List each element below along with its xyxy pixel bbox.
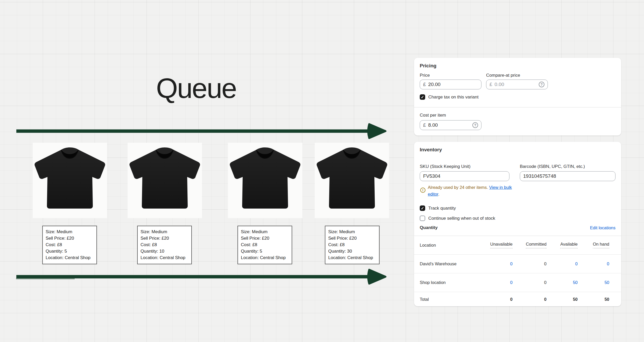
cost-per-item-label: Cost per item bbox=[420, 113, 446, 118]
checkmark-icon: ✓ bbox=[421, 95, 424, 99]
item-quantity: Quantity: 5 bbox=[241, 248, 290, 254]
total-label: Total bbox=[420, 297, 475, 302]
barcode-input[interactable] bbox=[523, 173, 612, 179]
item-info-box-3[interactable]: Size: Medium Sell Price: £20 Cost: £8 Qu… bbox=[237, 226, 292, 264]
total-available: 50 bbox=[553, 297, 584, 302]
tshirt-image-4 bbox=[315, 143, 389, 218]
continue-selling-checkbox[interactable] bbox=[420, 216, 425, 221]
table-header-row: Location Unavailable Committed Available… bbox=[414, 236, 621, 254]
cost-per-item-input[interactable] bbox=[428, 122, 470, 128]
continue-selling-row[interactable]: Continue selling when out of stock bbox=[420, 216, 495, 221]
table-row: David's Warehouse 0 0 0 0 bbox=[414, 254, 621, 273]
available-value-link[interactable]: 50 bbox=[573, 280, 578, 285]
item-cost: Cost: £8 bbox=[241, 241, 290, 248]
committed-value: 0 bbox=[519, 280, 553, 285]
committed-value: 0 bbox=[519, 261, 553, 266]
item-size: Size: Medium bbox=[241, 229, 290, 235]
item-info-box-4[interactable]: Size: Medium Sell Price: £20 Cost: £8 Qu… bbox=[325, 226, 380, 264]
item-quantity: Quantity: 30 bbox=[328, 248, 377, 254]
price-field[interactable]: £ bbox=[420, 80, 481, 89]
barcode-field[interactable] bbox=[520, 171, 615, 181]
item-location: Location: Central Shop bbox=[46, 254, 95, 261]
price-label: Price bbox=[420, 73, 430, 78]
edit-locations-link[interactable]: Edit locations bbox=[590, 225, 615, 230]
warning-icon: ! bbox=[420, 188, 425, 193]
sku-warning-banner: ! Already used by 24 other items. View i… bbox=[420, 184, 514, 197]
item-size: Size: Medium bbox=[141, 229, 190, 235]
table-row: Shop location 0 0 50 50 bbox=[414, 273, 621, 292]
item-size: Size: Medium bbox=[328, 229, 377, 235]
currency-symbol: £ bbox=[423, 82, 426, 87]
queue-arrow-top bbox=[16, 123, 387, 139]
item-location: Location: Central Shop bbox=[241, 254, 290, 261]
on-hand-value-link[interactable]: 0 bbox=[607, 261, 609, 266]
inventory-card-title: Inventory bbox=[420, 147, 442, 153]
charge-tax-label: Charge tax on this variant bbox=[428, 95, 479, 100]
item-quantity: Quantity: 5 bbox=[46, 248, 95, 254]
column-header-on-hand[interactable]: On hand bbox=[593, 242, 609, 248]
tshirt-icon bbox=[228, 146, 302, 213]
item-location: Location: Central Shop bbox=[141, 254, 190, 261]
help-question-icon[interactable]: ? bbox=[539, 82, 544, 87]
track-quantity-checkbox[interactable]: ✓ bbox=[420, 205, 425, 211]
tshirt-image-2 bbox=[128, 143, 202, 218]
unavailable-value-link[interactable]: 0 bbox=[510, 280, 513, 285]
tshirt-icon bbox=[33, 146, 107, 213]
item-sell-price: Sell Price: £20 bbox=[46, 235, 95, 241]
column-header-unavailable[interactable]: Unavailable bbox=[490, 242, 513, 248]
currency-symbol: £ bbox=[489, 82, 492, 87]
charge-tax-checkbox[interactable]: ✓ bbox=[420, 94, 425, 100]
item-info-box-2[interactable]: Size: Medium Sell Price: £20 Cost: £8 Qu… bbox=[137, 226, 192, 264]
item-info-box-1[interactable]: Size: Medium Sell Price: £20 Cost: £8 Qu… bbox=[42, 226, 97, 264]
item-sell-price: Sell Price: £20 bbox=[241, 235, 290, 241]
total-committed: 0 bbox=[519, 297, 553, 302]
total-on-hand: 50 bbox=[584, 297, 615, 302]
location-name: Shop location bbox=[420, 280, 475, 285]
compare-at-price-field[interactable]: £ ? bbox=[486, 80, 548, 89]
price-input[interactable] bbox=[428, 82, 478, 87]
compare-at-price-input[interactable] bbox=[495, 82, 536, 87]
tshirt-icon bbox=[315, 146, 389, 213]
inventory-quantity-table: Location Unavailable Committed Available… bbox=[414, 236, 621, 307]
pricing-section-divider bbox=[414, 107, 621, 108]
sku-warning-text: Already used by 24 other items. View in … bbox=[428, 184, 514, 197]
item-quantity: Quantity: 10 bbox=[141, 248, 190, 254]
checkmark-icon: ✓ bbox=[421, 206, 424, 211]
inventory-card: Inventory SKU (Stock Keeping Unit) Barco… bbox=[414, 142, 621, 306]
total-unavailable: 0 bbox=[475, 297, 519, 302]
location-name: David's Warehouse bbox=[420, 261, 475, 266]
queue-title: Queue bbox=[156, 74, 236, 103]
item-sell-price: Sell Price: £20 bbox=[141, 235, 190, 241]
sku-warning-period: . bbox=[438, 192, 439, 196]
queue-arrow-bottom bbox=[16, 268, 387, 285]
sku-label: SKU (Stock Keeping Unit) bbox=[420, 164, 471, 169]
cost-per-item-field[interactable]: £ ? bbox=[420, 120, 481, 130]
track-quantity-row[interactable]: ✓ Track quantity bbox=[420, 205, 456, 211]
unavailable-value-link[interactable]: 0 bbox=[510, 261, 513, 266]
sku-field[interactable] bbox=[420, 171, 509, 181]
continue-selling-label: Continue selling when out of stock bbox=[428, 216, 495, 221]
item-size: Size: Medium bbox=[46, 229, 95, 235]
column-header-committed[interactable]: Committed bbox=[526, 242, 547, 248]
item-cost: Cost: £8 bbox=[328, 241, 377, 248]
quantity-heading: Quantity bbox=[420, 225, 438, 230]
charge-tax-row[interactable]: ✓ Charge tax on this variant bbox=[420, 94, 479, 100]
column-header-location: Location bbox=[420, 243, 475, 248]
tshirt-icon bbox=[128, 146, 202, 213]
item-cost: Cost: £8 bbox=[141, 241, 190, 248]
whiteboard-canvas[interactable]: Queue Size: Medium bbox=[0, 0, 644, 342]
sku-warning-message: Already used by 24 other items. bbox=[428, 185, 489, 190]
on-hand-value-link[interactable]: 50 bbox=[605, 280, 609, 285]
compare-at-price-label: Compare-at price bbox=[486, 73, 520, 78]
available-value-link[interactable]: 0 bbox=[575, 261, 578, 266]
pricing-card-title: Pricing bbox=[420, 63, 436, 69]
tshirt-image-1 bbox=[33, 143, 107, 218]
item-sell-price: Sell Price: £20 bbox=[328, 235, 377, 241]
track-quantity-label: Track quantity bbox=[428, 206, 456, 211]
item-cost: Cost: £8 bbox=[46, 241, 95, 248]
column-header-available[interactable]: Available bbox=[560, 242, 578, 248]
sku-input[interactable] bbox=[423, 173, 506, 179]
item-location: Location: Central Shop bbox=[328, 254, 377, 261]
table-total-row: Total 0 0 50 50 bbox=[414, 292, 621, 307]
help-question-icon[interactable]: ? bbox=[472, 122, 478, 128]
